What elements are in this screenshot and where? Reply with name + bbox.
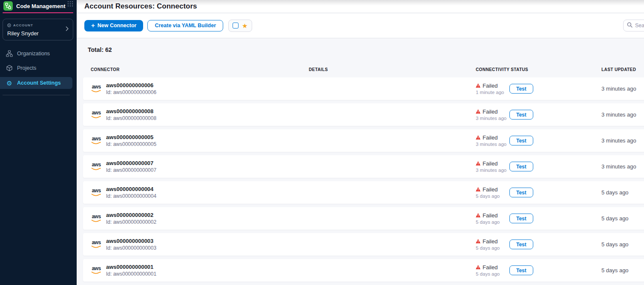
last-updated: 3 minutes ago [601, 111, 644, 118]
warning-triangle-icon [476, 108, 480, 115]
toolbar: + New Connector Create via YAML Builder … [77, 13, 644, 38]
account-name: Riley Snyder [7, 30, 69, 37]
status-time: 5 days ago [476, 219, 509, 225]
main-area: Account Resources: Connectors + New Conn… [77, 0, 644, 285]
test-button[interactable]: Test [509, 265, 533, 275]
create-via-yaml-builder-button[interactable]: Create via YAML Builder [147, 20, 223, 31]
status-time: 5 days ago [476, 271, 509, 276]
sidebar-header: Code Management [0, 0, 77, 11]
column-header-details: DETAILS [309, 67, 476, 72]
test-button[interactable]: Test [509, 214, 533, 223]
column-header-last-updated: LAST UPDATED [601, 67, 644, 72]
account-scope-label: ACCOUNT [13, 23, 33, 27]
app-launcher-grid-icon[interactable] [67, 1, 73, 8]
plus-icon: + [91, 22, 95, 29]
sidebar-item-organizations[interactable]: Organizations [0, 48, 77, 59]
last-updated: 3 minutes ago [601, 86, 644, 92]
warning-triangle-icon [476, 83, 480, 89]
status-text: Failed [483, 212, 497, 219]
test-button[interactable]: Test [509, 239, 533, 249]
table-row[interactable]: awsaws000000000001Id: aws000000000001Fai… [83, 259, 644, 282]
connector-name: aws000000000001 [106, 264, 156, 270]
column-header-connector: CONNECTOR [91, 67, 309, 72]
connector-id: Id: aws000000000006 [106, 89, 156, 95]
connector-name: aws000000000003 [106, 238, 156, 244]
table-row[interactable]: awsaws000000000006Id: aws000000000006Fai… [83, 77, 644, 100]
gear-icon: ⚙ [6, 80, 13, 86]
connector-name: aws000000000008 [106, 108, 156, 114]
new-connector-button[interactable]: + New Connector [84, 20, 143, 31]
status-text: Failed [483, 238, 497, 245]
sidebar-nav: Organizations Projects ⚙ Account Setting… [0, 48, 77, 89]
account-scope-icon [7, 22, 11, 28]
code-management-logo-icon[interactable] [3, 1, 13, 11]
table-header-row: CONNECTOR DETAILS CONNECTIVITY STATUS LA… [83, 67, 644, 72]
sidebar-item-account-settings[interactable]: ⚙ Account Settings [0, 77, 72, 89]
connector-id: Id: aws000000000002 [106, 219, 156, 225]
connector-name: aws000000000007 [106, 160, 156, 166]
total-count: Total: 62 [77, 46, 644, 53]
sidebar-divider [3, 95, 70, 95]
connector-name: aws000000000006 [106, 82, 156, 88]
connector-name: aws000000000002 [106, 212, 156, 218]
table-row[interactable]: awsaws000000000007Id: aws000000000007Fai… [83, 155, 644, 178]
table-row[interactable]: awsaws000000000005Id: aws000000000005Fai… [83, 129, 644, 152]
star-icon[interactable]: ★ [242, 23, 247, 29]
aws-icon: aws [91, 162, 102, 171]
status-text: Failed [483, 134, 497, 141]
aws-icon: aws [91, 137, 102, 145]
connector-id: Id: aws000000000003 [106, 245, 156, 251]
favorites-filter-group: ★ [228, 20, 252, 32]
sidebar-item-projects[interactable]: Projects [0, 63, 77, 74]
test-button[interactable]: Test [509, 136, 533, 145]
account-scope-selector[interactable]: ACCOUNT Riley Snyder [3, 19, 73, 40]
status-text: Failed [483, 108, 497, 115]
search-box [623, 20, 644, 31]
module-color-divider [3, 12, 73, 13]
status-text: Failed [483, 83, 497, 89]
table-row[interactable]: awsaws000000000002Id: aws000000000002Fai… [83, 207, 644, 230]
table-row[interactable]: awsaws000000000004Id: aws000000000004Fai… [83, 181, 644, 204]
warning-triangle-icon [476, 264, 480, 271]
test-button[interactable]: Test [509, 84, 533, 94]
connector-id: Id: aws000000000008 [106, 115, 156, 121]
aws-icon: aws [91, 111, 102, 119]
table-row[interactable]: awsaws000000000008Id: aws000000000008Fai… [83, 103, 644, 126]
connector-id: Id: aws000000000007 [106, 167, 156, 173]
test-button[interactable]: Test [509, 162, 533, 171]
aws-icon: aws [91, 240, 102, 249]
favorites-checkbox[interactable] [233, 23, 239, 28]
aws-icon: aws [91, 85, 102, 93]
app-title: Code Management [16, 3, 66, 9]
test-button[interactable]: Test [509, 188, 533, 197]
sidebar-item-label: Projects [17, 65, 36, 71]
org-chart-icon [6, 50, 13, 57]
sidebar-item-label: Account Settings [17, 80, 61, 86]
status-time: 3 minutes ago [476, 142, 509, 147]
connector-id: Id: aws000000000004 [106, 193, 156, 199]
connector-id: Id: aws000000000001 [106, 271, 156, 277]
sidebar-item-label: Organizations [17, 51, 50, 57]
last-updated: 3 minutes ago [601, 137, 644, 144]
last-updated: 5 days ago [601, 267, 644, 274]
last-updated: 5 days ago [601, 189, 644, 196]
last-updated: 5 days ago [601, 241, 644, 248]
connector-name: aws000000000004 [106, 186, 156, 192]
warning-triangle-icon [476, 160, 480, 167]
aws-icon: aws [91, 188, 102, 197]
status-text: Failed [483, 264, 497, 271]
connector-name: aws000000000005 [106, 134, 156, 140]
warning-triangle-icon [476, 186, 480, 193]
column-header-connectivity-status: CONNECTIVITY STATUS [476, 67, 601, 72]
test-button[interactable]: Test [509, 110, 533, 120]
status-time: 5 days ago [476, 245, 509, 251]
warning-triangle-icon [476, 238, 480, 245]
status-time: 3 minutes ago [476, 168, 509, 173]
connector-table: awsaws000000000006Id: aws000000000006Fai… [77, 77, 644, 282]
search-icon [627, 22, 632, 29]
table-row[interactable]: awsaws000000000003Id: aws000000000003Fai… [83, 233, 644, 256]
connectors-content: Total: 62 CONNECTOR DETAILS CONNECTIVITY… [77, 38, 644, 282]
connector-id: Id: aws000000000005 [106, 141, 156, 147]
search-input[interactable] [635, 23, 644, 28]
aws-icon: aws [91, 214, 102, 223]
